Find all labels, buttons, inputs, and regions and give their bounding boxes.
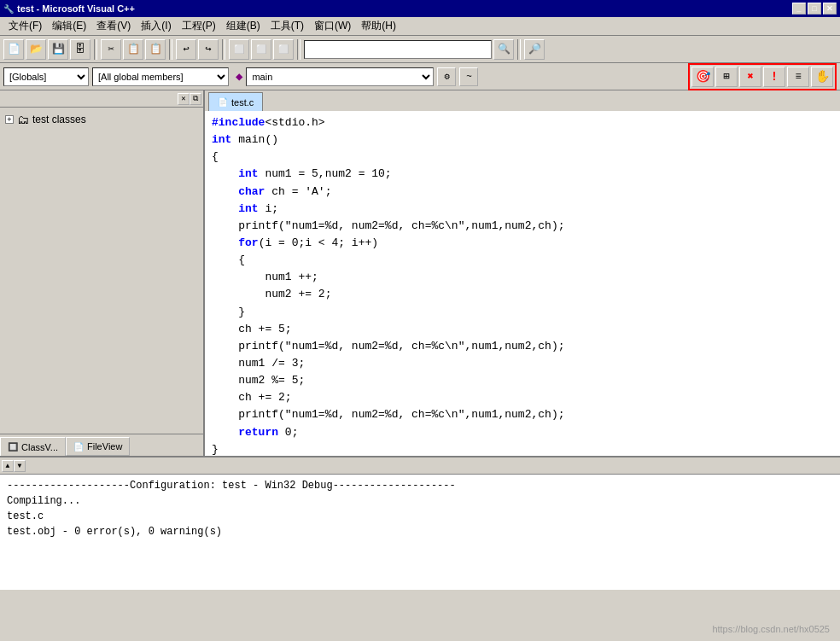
class-tree: + 🗂 test classes [0, 108, 203, 434]
exceptions-button[interactable]: ! [763, 67, 785, 87]
search-button[interactable]: 🔍 [493, 39, 514, 60]
stop-button[interactable]: ⬜ [273, 39, 294, 60]
left-panel-header: ✕ ⧉ [0, 90, 203, 108]
code-line: int i; [212, 201, 833, 218]
main-area: ✕ ⧉ + 🗂 test classes 🔲 ClassV... 📄 FileV… [0, 90, 840, 457]
code-tab[interactable]: 📄 test.c [208, 92, 263, 111]
code-line: int num1 = 5,num2 = 10; [212, 166, 833, 183]
toolbar-row1: 📄 📂 💾 🗄 ✂ 📋 📋 ↩ ↪ ⬜ ⬜ ⬜ 🔍 🔎 [0, 36, 840, 63]
code-line: for(i = 0;i < 4; i++) [212, 235, 833, 252]
output-line: test.obj - 0 error(s), 0 warning(s) [7, 524, 833, 539]
code-file-icon: 📄 [218, 97, 228, 107]
menu-item[interactable]: 工程(P) [177, 17, 221, 35]
output-line: test.c [7, 509, 833, 524]
code-line: printf("num1=%d, num2=%d, ch=%c\n",num1,… [212, 218, 833, 235]
open-button[interactable]: 📂 [26, 39, 46, 60]
save-button[interactable]: 💾 [48, 39, 68, 60]
paste-button[interactable]: 📋 [145, 39, 166, 60]
menu-item[interactable]: 插入(I) [136, 17, 176, 35]
code-line: num2 += 2; [212, 286, 833, 303]
code-line: ch += 2; [212, 389, 833, 406]
function-icon: ◆ [236, 69, 242, 84]
close-panel-button[interactable]: ✕ [178, 93, 190, 105]
copy-button[interactable]: 📋 [123, 39, 143, 60]
menu-item[interactable]: 组建(B) [221, 17, 265, 35]
output-header: ▲ ▼ [0, 457, 840, 475]
title-bar: 🔧 test - Microsoft Visual C++ _ □ ✕ [0, 0, 840, 17]
remove-all-breakpoints-button[interactable]: ✖ [739, 67, 761, 87]
members-dropdown[interactable]: [All global members] [92, 67, 229, 86]
code-line: { [212, 252, 833, 269]
window-title: test - Microsoft Visual C++ [17, 3, 135, 14]
code-line: } [212, 441, 833, 456]
code-line: return 0; [212, 424, 833, 441]
fileview-label: FileView [87, 441, 122, 452]
code-line: char ch = 'A'; [212, 184, 833, 201]
classview-icon: 🔲 [8, 442, 18, 452]
find-in-files-button[interactable]: 🔎 [524, 39, 545, 60]
close-button[interactable]: ✕ [823, 3, 837, 15]
classview-label: ClassV... [21, 442, 58, 452]
resize-up-button[interactable]: ▲ [2, 460, 14, 472]
tree-folder-icon: 🗂 [17, 113, 29, 126]
tree-root-item[interactable]: + 🗂 test classes [3, 111, 200, 128]
watermark: https://blog.csdn.net/hx0525 [712, 624, 830, 634]
code-editor[interactable]: #include<stdio.h>int main(){ int num1 = … [205, 111, 840, 456]
code-line: int main() [212, 131, 833, 149]
menu-item[interactable]: 编辑(E) [47, 17, 91, 35]
code-line: num1 /= 3; [212, 355, 833, 372]
scope-dropdown[interactable]: [Globals] [3, 67, 89, 86]
undo-button[interactable]: ↩ [176, 39, 196, 60]
code-line: #include<stdio.h> [212, 114, 833, 131]
separator2 [169, 39, 172, 60]
separator1 [94, 39, 97, 60]
cut-button[interactable]: ✂ [101, 39, 121, 60]
code-line: ch += 5; [212, 321, 833, 338]
menu-item[interactable]: 查看(V) [91, 17, 136, 35]
right-panel: 📄 test.c #include<stdio.h>int main(){ in… [205, 90, 840, 456]
menu-item[interactable]: 工具(T) [265, 17, 309, 35]
build-button[interactable]: ⬜ [229, 39, 249, 60]
classview-tab[interactable]: 🔲 ClassV... [0, 437, 66, 456]
insert-remove-breakpoint-button[interactable]: 🎯 [691, 67, 714, 87]
toolbar-row2: [Globals] [All global members] ◆ main ⚙ … [0, 63, 840, 90]
fileview-tab[interactable]: 📄 FileView [66, 437, 130, 456]
enable-disable-breakpoint-button[interactable]: ⊞ [715, 67, 738, 87]
output-panel: ▲ ▼ --------------------Configuration: t… [0, 457, 840, 590]
code-filename: test.c [231, 97, 254, 108]
redo-button[interactable]: ↪ [198, 39, 219, 60]
run-button[interactable]: ⬜ [251, 39, 271, 60]
code-tab-bar: 📄 test.c [205, 90, 840, 111]
undock-panel-button[interactable]: ⧉ [190, 93, 201, 105]
separator5 [517, 39, 521, 60]
fileview-icon: 📄 [73, 442, 84, 452]
tree-expand-icon[interactable]: + [5, 115, 14, 124]
output-content: --------------------Configuration: test … [0, 475, 840, 590]
disassembly-button[interactable]: ≡ [787, 67, 809, 87]
maximize-button[interactable]: □ [808, 3, 821, 15]
debug-toolbar: 🎯 ⊞ ✖ ! ≡ ✋ [688, 63, 837, 90]
window-controls: _ □ ✕ [792, 3, 837, 15]
wizard2-button[interactable]: ~ [459, 67, 478, 86]
save-workspace-button[interactable]: 🗄 [70, 39, 90, 60]
resize-down-button[interactable]: ▼ [14, 460, 26, 472]
search-input[interactable] [304, 40, 492, 59]
code-line: num2 %= 5; [212, 372, 833, 389]
menu-item[interactable]: 帮助(H) [356, 17, 401, 35]
output-line: --------------------Configuration: test … [7, 478, 833, 493]
minimize-button[interactable]: _ [792, 3, 806, 15]
tree-root-label: test classes [32, 114, 86, 125]
left-panel: ✕ ⧉ + 🗂 test classes 🔲 ClassV... 📄 FileV… [0, 90, 205, 456]
code-line: num1 ++; [212, 269, 833, 286]
code-line: printf("num1=%d, num2=%d, ch=%c\n",num1,… [212, 338, 833, 355]
menu-item[interactable]: 文件(F) [3, 17, 47, 35]
left-panel-tabs: 🔲 ClassV... 📄 FileView [0, 434, 203, 456]
menu-item[interactable]: 窗口(W) [309, 17, 356, 35]
function-dropdown[interactable]: main [246, 67, 434, 86]
hand-button[interactable]: ✋ [811, 67, 833, 87]
app-icon: 🔧 [3, 4, 14, 14]
menu-bar: 文件(F)编辑(E)查看(V)插入(I)工程(P)组建(B)工具(T)窗口(W)… [0, 17, 840, 36]
new-file-button[interactable]: 📄 [3, 39, 24, 60]
wizard-button[interactable]: ⚙ [437, 67, 456, 86]
separator3 [222, 39, 225, 60]
